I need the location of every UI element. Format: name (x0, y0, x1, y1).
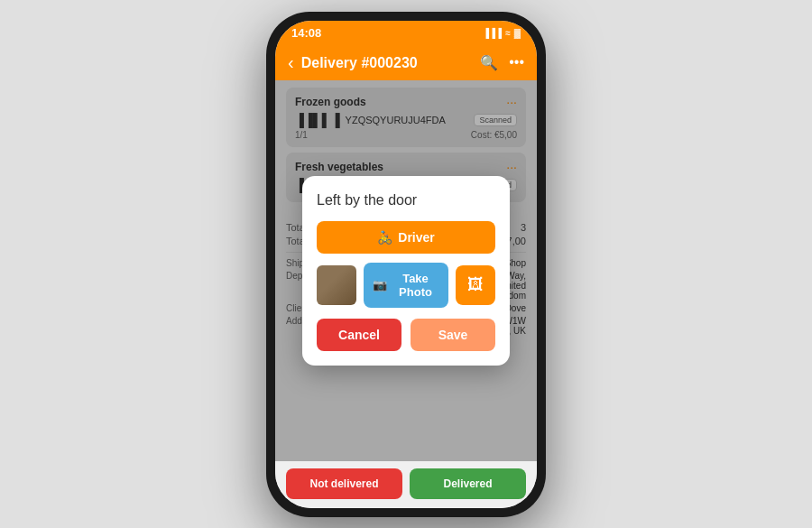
status-time: 14:08 (291, 26, 321, 40)
driver-label: Driver (398, 230, 434, 245)
thumbnail-image (317, 265, 356, 305)
save-button[interactable]: Save (411, 319, 495, 351)
back-button[interactable]: ‹ (288, 52, 294, 73)
remove-icon: 🖼 (467, 275, 484, 294)
modal-dialog: Left by the door 🚴 Driver 📷 Take Ph (302, 176, 510, 366)
take-photo-label: Take Photo (392, 272, 439, 299)
bottom-buttons: Not delivered Delivered (275, 461, 537, 508)
more-menu-icon[interactable]: ••• (509, 54, 524, 71)
battery-icon: ▓ (514, 28, 521, 38)
status-icons: ▐▐▐ ≈ ▓ (483, 28, 521, 38)
modal-action-row: Cancel Save (317, 319, 495, 351)
driver-icon: 🚴 (377, 230, 392, 245)
status-bar: 14:08 ▐▐▐ ≈ ▓ (275, 21, 537, 46)
not-delivered-button[interactable]: Not delivered (286, 468, 402, 499)
modal-overlay: Left by the door 🚴 Driver 📷 Take Ph (275, 80, 537, 461)
remove-photo-button[interactable]: 🖼 (456, 265, 495, 305)
main-content: Frozen goods ··· ▐▐▌▌▐ YZQSQYURUJU4FDA S… (275, 80, 537, 461)
take-photo-button[interactable]: 📷 Take Photo (364, 263, 448, 308)
photo-row: 📷 Take Photo 🖼 (317, 263, 495, 308)
phone-screen: 14:08 ▐▐▐ ≈ ▓ ‹ Delivery #000230 🔍 ••• (275, 21, 537, 508)
photo-thumbnail[interactable] (317, 265, 356, 305)
signal-icon: ▐▐▐ (483, 28, 502, 38)
header-title: Delivery #000230 (301, 55, 481, 71)
search-icon[interactable]: 🔍 (480, 54, 498, 71)
delivered-button[interactable]: Delivered (410, 468, 526, 499)
modal-title: Left by the door (317, 192, 495, 208)
app-header: ‹ Delivery #000230 🔍 ••• (275, 46, 537, 80)
header-icons: 🔍 ••• (480, 54, 524, 71)
wifi-icon: ≈ (505, 28, 511, 38)
phone-frame: 14:08 ▐▐▐ ≈ ▓ ‹ Delivery #000230 🔍 ••• (266, 12, 546, 517)
camera-icon: 📷 (373, 278, 387, 292)
driver-button[interactable]: 🚴 Driver (317, 221, 495, 254)
cancel-button[interactable]: Cancel (317, 319, 401, 351)
